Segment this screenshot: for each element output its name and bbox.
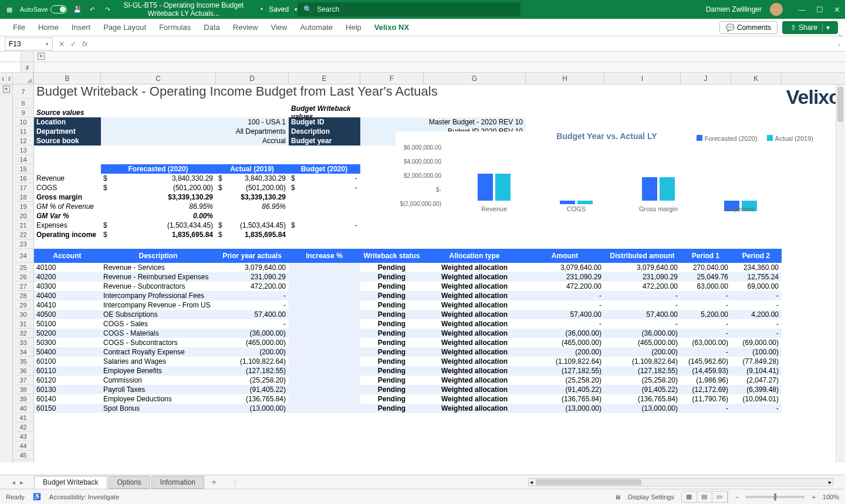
cell[interactable]: 57,400.00 [604, 310, 681, 319]
cell[interactable]: Gross margin [34, 192, 101, 202]
col-header-H[interactable]: H [526, 73, 604, 84]
cell[interactable]: 3,840,330.29 [101, 174, 216, 183]
row-header-24[interactable]: 24 [13, 249, 33, 263]
row-header-8[interactable]: 8 [13, 99, 33, 108]
cell[interactable]: COGS - Sales [101, 319, 216, 329]
cell[interactable]: 40500 [34, 310, 101, 319]
cell[interactable]: 12,755.24 [731, 272, 782, 282]
row-header-40[interactable]: 40 [13, 404, 33, 413]
cell[interactable]: (465,000.00) [526, 338, 604, 347]
cell[interactable]: 57,400.00 [216, 310, 289, 319]
row-header-31[interactable]: 31 [13, 319, 33, 329]
row-header-17[interactable]: 17 [13, 183, 33, 192]
cell[interactable]: 57,400.00 [526, 310, 604, 319]
cell[interactable]: 69,000.00 [731, 282, 782, 291]
cell[interactable]: - [731, 329, 782, 338]
row-outline-level-1[interactable]: 1 [0, 73, 6, 84]
cell[interactable]: Budget (2020) [289, 164, 360, 174]
row-header-18[interactable]: 18 [13, 192, 33, 202]
toggle-switch[interactable] [50, 5, 67, 13]
ribbon-tab-file[interactable]: File [7, 19, 31, 35]
save-icon[interactable]: 💾 [73, 5, 82, 14]
cell[interactable]: (36,000.00) [526, 329, 604, 338]
cell[interactable]: - [289, 174, 360, 183]
cell[interactable]: Budget Writeback values [289, 108, 360, 117]
cell[interactable]: 5,200.00 [681, 310, 731, 319]
undo-icon[interactable]: ↶ [88, 5, 97, 14]
cell[interactable]: Pending [360, 366, 424, 376]
search-box[interactable]: 🔍 Search [298, 2, 520, 16]
formula-bar[interactable] [92, 38, 833, 50]
cell[interactable]: Allocation type [424, 249, 526, 263]
cell[interactable]: (91,405.22) [526, 385, 604, 394]
row-header-43[interactable]: 43 [13, 432, 33, 441]
cell[interactable]: All Departments [101, 127, 289, 136]
col-header-F[interactable]: F [360, 73, 424, 84]
cell[interactable]: Pending [360, 357, 424, 366]
cell[interactable]: - [526, 319, 604, 329]
cell[interactable]: (63,000.00) [681, 338, 731, 347]
row-header-22[interactable]: 22 [13, 230, 33, 239]
cell[interactable]: (11,790.76) [681, 394, 731, 404]
display-settings-icon[interactable]: 🖥 [614, 493, 621, 500]
cell[interactable]: (1,986.96) [681, 376, 731, 385]
cell[interactable]: Department [34, 127, 101, 136]
cell[interactable]: Weighted allocation [424, 310, 526, 319]
cell[interactable]: Revenue - Reimbursed Expenses [101, 272, 216, 282]
zoom-out[interactable]: − [735, 493, 739, 500]
maximize-button[interactable]: ☐ [816, 5, 823, 14]
cell[interactable] [289, 404, 360, 413]
cell[interactable]: Salaries and Wages [101, 357, 216, 366]
cell[interactable]: (465,000.00) [604, 338, 681, 347]
row-header-12[interactable]: 12 [13, 136, 33, 146]
cell[interactable]: Pending [360, 300, 424, 310]
cell[interactable] [289, 310, 360, 319]
row-header-23[interactable]: 23 [13, 239, 33, 249]
cell[interactable]: (13,000.00) [604, 404, 681, 413]
cell[interactable]: (200.00) [526, 347, 604, 357]
row-header-27[interactable]: 27 [13, 282, 33, 291]
cell[interactable] [289, 282, 360, 291]
cell[interactable]: 86.95% [101, 202, 216, 211]
cell[interactable]: (200.00) [604, 347, 681, 357]
cell[interactable]: Weighted allocation [424, 394, 526, 404]
col-header-I[interactable]: I [604, 73, 681, 84]
cell[interactable] [289, 300, 360, 310]
cell[interactable]: Weighted allocation [424, 338, 526, 347]
cell[interactable]: 60140 [34, 394, 101, 404]
cell[interactable]: Revenue - Subcontractors [101, 282, 216, 291]
cell[interactable]: Forecasted (2020) [101, 164, 216, 174]
col-header-D[interactable]: D [216, 73, 289, 84]
cell[interactable]: (200.00) [216, 347, 289, 357]
cell[interactable]: 60110 [34, 366, 101, 376]
cell[interactable]: Expenses [34, 221, 101, 230]
cell[interactable]: (145,962.60) [681, 357, 731, 366]
tab-nav-next[interactable]: ▸ [20, 478, 23, 486]
cell[interactable]: (25,258.20) [216, 376, 289, 385]
cell[interactable]: (36,000.00) [216, 329, 289, 338]
cell[interactable]: (36,000.00) [604, 329, 681, 338]
horizontal-scrollbar[interactable]: ◂▸ [528, 478, 833, 486]
cell[interactable]: Distributed amount [604, 249, 681, 263]
filename[interactable]: SI-GL-BT5 - Operating Income Budget Writ… [113, 1, 255, 18]
row-header-10[interactable]: 10 [13, 117, 33, 127]
ribbon-tab-insert[interactable]: Insert [66, 19, 97, 35]
cell[interactable]: - [681, 300, 731, 310]
cell[interactable]: COGS [34, 183, 101, 192]
vertical-scrollbar[interactable] [836, 84, 845, 462]
cell[interactable]: Period 1 [681, 249, 731, 263]
cell[interactable]: Weighted allocation [424, 357, 526, 366]
row-header-44[interactable]: 44 [13, 441, 33, 451]
cell[interactable]: - [526, 300, 604, 310]
cell[interactable]: Weighted allocation [424, 376, 526, 385]
cell[interactable]: Increase % [289, 249, 360, 263]
scrollbar-thumb[interactable] [837, 87, 843, 122]
cell[interactable]: 231,090.29 [604, 272, 681, 282]
cell[interactable]: Pending [360, 263, 424, 272]
cell[interactable]: (501,200.00) [101, 183, 216, 192]
cell[interactable]: Budget year [289, 136, 360, 146]
row-header-45[interactable]: 45 [13, 451, 33, 460]
cell[interactable] [289, 319, 360, 329]
cell[interactable]: 25,049.76 [681, 272, 731, 282]
select-all-cell[interactable] [13, 73, 33, 84]
